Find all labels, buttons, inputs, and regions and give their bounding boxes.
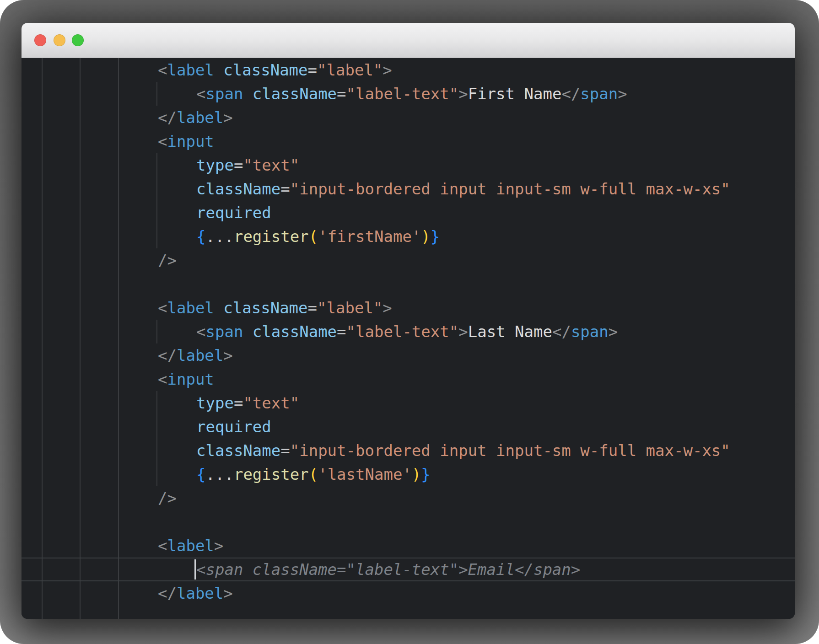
code-line[interactable]: {...register('firstName')} — [22, 225, 795, 248]
code-token: < — [158, 299, 167, 317]
code-token: label — [177, 346, 223, 365]
traffic-light-close-button[interactable] — [34, 34, 46, 46]
code-line[interactable] — [22, 272, 795, 296]
code-editor[interactable]: <label className="label"><span className… — [22, 58, 795, 619]
code-token: input — [167, 370, 214, 388]
code-token: </ — [158, 108, 177, 127]
code-token: = — [234, 394, 243, 412]
code-token: First Name — [468, 85, 562, 103]
code-token: span — [571, 322, 609, 341]
code-token: required — [196, 418, 271, 436]
code-token: "label" — [317, 299, 383, 317]
code-line[interactable]: <label> — [22, 534, 795, 558]
code-token: "label" — [317, 61, 383, 79]
code-token: </ — [552, 322, 571, 341]
code-token: "input-bordered input input-sm w-full ma… — [290, 441, 730, 460]
code-line[interactable]: <span className="label-text">Email</span… — [22, 558, 795, 581]
code-token: ... — [205, 465, 233, 483]
code-token: "text" — [243, 156, 299, 174]
code-token: className — [196, 441, 280, 460]
code-token: < — [196, 85, 205, 103]
code-token: ( — [309, 465, 318, 483]
code-line[interactable]: <label className="label"> — [22, 296, 795, 320]
code-line[interactable]: <input — [22, 129, 795, 153]
code-token: > — [383, 299, 392, 317]
code-token: register — [234, 227, 309, 246]
code-token: span — [205, 322, 243, 341]
code-line[interactable]: required — [22, 201, 795, 225]
code-token: type — [196, 156, 234, 174]
window-titlebar[interactable] — [22, 23, 795, 58]
code-line[interactable]: <span className="label-text">Last Name</… — [22, 320, 795, 343]
code-token: { — [196, 465, 205, 483]
code-token: = — [234, 156, 243, 174]
code-line[interactable]: className="input-bordered input input-sm… — [22, 439, 795, 462]
desktop-background: <label className="label"><span className… — [0, 0, 819, 644]
code-line[interactable]: /> — [22, 248, 795, 272]
code-token: > — [458, 85, 468, 103]
code-token: < — [158, 537, 167, 555]
code-token: label — [177, 584, 223, 602]
code-token: < — [196, 322, 205, 341]
code-token: /> — [158, 251, 177, 269]
code-token: label — [177, 108, 223, 127]
traffic-light-zoom-button[interactable] — [72, 34, 84, 46]
code-token: label — [167, 61, 214, 79]
code-token: type — [196, 394, 234, 412]
code-line[interactable]: <label className="label"> — [22, 58, 795, 82]
code-line[interactable]: </label> — [22, 343, 795, 367]
code-token: = — [308, 299, 317, 317]
code-token: < — [158, 61, 167, 79]
code-line[interactable]: </label> — [22, 106, 795, 129]
code-line[interactable]: {...register('lastName')} — [22, 462, 795, 486]
code-token: > — [223, 108, 232, 127]
code-line[interactable]: type="text" — [22, 391, 795, 415]
code-token: className — [253, 322, 337, 341]
code-line[interactable]: required — [22, 415, 795, 439]
code-token: "label-text" — [346, 322, 459, 341]
code-token: className — [223, 299, 307, 317]
code-token: <span className="label-text">Email</span… — [196, 560, 580, 579]
code-content[interactable]: <label className="label"><span className… — [22, 58, 795, 605]
code-token: ) — [412, 465, 421, 483]
code-token: ( — [309, 227, 318, 246]
code-token: < — [158, 132, 167, 150]
code-token: Last Name — [468, 322, 552, 341]
code-line[interactable]: </label> — [22, 581, 795, 605]
code-line[interactable]: type="text" — [22, 153, 795, 177]
code-token: > — [383, 61, 392, 79]
code-token: = — [308, 61, 317, 79]
code-token — [214, 61, 223, 79]
code-token: </ — [158, 346, 177, 365]
code-token: ... — [205, 227, 233, 246]
code-line[interactable] — [22, 510, 795, 534]
code-line[interactable]: <input — [22, 367, 795, 391]
text-cursor — [194, 559, 196, 580]
code-token: } — [431, 227, 440, 246]
code-token: 'lastName' — [318, 465, 412, 483]
code-token: = — [280, 180, 290, 198]
code-token: className — [196, 180, 280, 198]
code-line[interactable]: /> — [22, 486, 795, 510]
code-token: "text" — [243, 394, 299, 412]
traffic-light-minimize-button[interactable] — [54, 34, 65, 46]
code-token: < — [158, 370, 167, 388]
code-line[interactable]: className="input-bordered input input-sm… — [22, 177, 795, 201]
code-token — [243, 322, 252, 341]
code-token: </ — [158, 584, 177, 602]
code-token: className — [253, 85, 337, 103]
code-line[interactable]: <span className="label-text">First Name<… — [22, 82, 795, 106]
code-token: label — [167, 299, 214, 317]
code-token: label — [167, 537, 214, 555]
code-token: span — [205, 85, 243, 103]
app-window: <label className="label"><span className… — [22, 23, 795, 619]
code-token: > — [618, 85, 627, 103]
code-token: = — [337, 85, 346, 103]
code-token: "input-bordered input input-sm w-full ma… — [290, 180, 730, 198]
code-token: </ — [561, 85, 580, 103]
code-token — [214, 299, 223, 317]
code-token: = — [280, 441, 290, 460]
code-token: { — [196, 227, 205, 246]
code-token: } — [421, 465, 430, 483]
code-token: register — [234, 465, 309, 483]
